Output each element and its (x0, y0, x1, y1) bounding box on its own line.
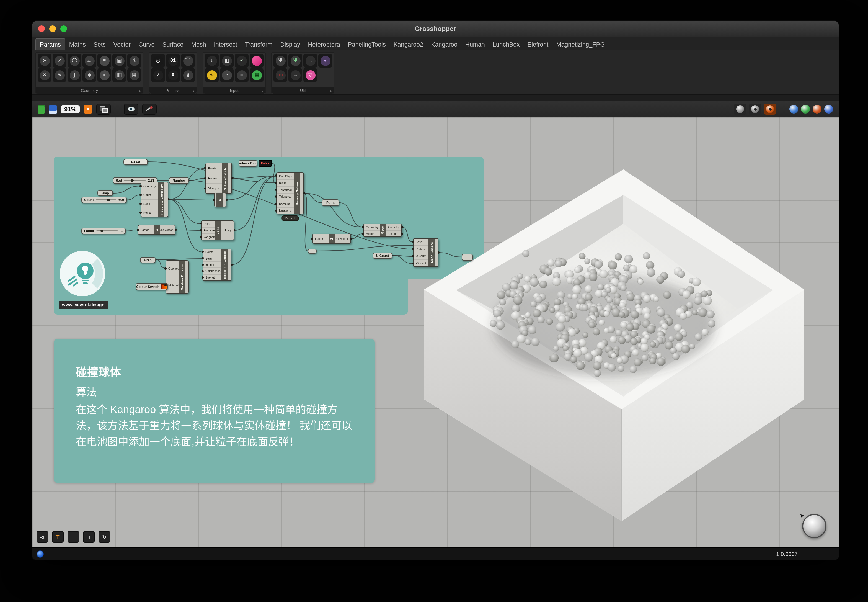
ucount-param[interactable]: U Count (373, 253, 393, 259)
vector-icon[interactable]: ↗ (52, 54, 66, 68)
tab-magnetizing-fpg[interactable]: Magnetizing_FPG (552, 39, 609, 50)
tab-transform[interactable]: Transform (241, 39, 276, 50)
unit-z-1[interactable]: FactorZUnit vector (138, 225, 175, 235)
unit-z-2[interactable]: FactorZUnit vector (312, 234, 351, 244)
layers-icon[interactable]: ≡ (97, 54, 111, 68)
flask-icon[interactable]: ▽ (304, 68, 317, 82)
tab-heteroptera[interactable]: Heteroptera (304, 39, 344, 50)
circle-icon[interactable]: ◎ (151, 54, 165, 68)
preview-wire-icon-tile[interactable] (749, 104, 761, 115)
curve-icon[interactable]: ∿ (52, 68, 66, 82)
mesh-sphere[interactable]: BaseRadiusU CountV CountMesh Sphere (413, 238, 439, 267)
text-icon[interactable]: A (166, 68, 180, 82)
sketch-marker-icon[interactable]: T (52, 531, 64, 543)
title-bar[interactable]: Grasshopper (32, 21, 839, 37)
ribbon-group-label[interactable]: Input▸ (203, 87, 265, 94)
brep-param-1[interactable]: Brep (97, 190, 113, 196)
digit-seven-icon[interactable]: 7 (151, 68, 165, 82)
relay-icon[interactable]: Ψ (273, 54, 287, 68)
sketch-brush-button[interactable] (142, 104, 156, 115)
point-param[interactable]: Point (322, 200, 339, 206)
zoom-menu-button[interactable]: ▼ (84, 105, 92, 114)
preview-shaded-icon[interactable] (766, 105, 774, 113)
tab-elefront[interactable]: Elefront (524, 39, 552, 50)
sketch-card-icon[interactable]: ▯ (83, 531, 95, 543)
move-component[interactable]: GeometryMotionMoveGeometryTransform (363, 224, 402, 237)
preview-ball-icon[interactable] (736, 105, 744, 113)
ellipse-icon[interactable]: ◯ (67, 54, 81, 68)
boolean-icon[interactable]: ◧ (220, 54, 234, 68)
tab-panelingtools[interactable]: PanelingTools (344, 39, 390, 50)
spline-icon[interactable]: ∫ (67, 68, 81, 82)
tree-icon[interactable]: Ψ (288, 54, 302, 68)
snowflake-icon[interactable]: ✳ (127, 54, 141, 68)
solver-orange-icon[interactable] (813, 105, 822, 114)
preview-ball-icon-tile[interactable] (734, 104, 746, 115)
preview-shaded-icon-tile[interactable] (764, 104, 776, 115)
arc-icon[interactable]: ⌒ (181, 54, 195, 68)
minimize-window-button[interactable] (49, 26, 56, 32)
solver-green-icon[interactable] (801, 105, 810, 114)
relay-node[interactable] (308, 249, 317, 253)
list-icon[interactable]: ≡ (235, 68, 248, 82)
number-param[interactable]: Number (169, 177, 189, 184)
tab-kangaroo[interactable]: Kangaroo (427, 39, 461, 50)
cluster-ball-icon[interactable]: ● (318, 54, 332, 68)
knob-icon[interactable]: ◔ (220, 68, 234, 82)
sketch-lasso-icon[interactable]: ~ (67, 531, 79, 543)
brep-param-2[interactable]: Brep (140, 257, 156, 263)
surface-icon[interactable]: ◧ (112, 68, 126, 82)
close-window-button[interactable] (38, 26, 45, 32)
sketch-history-icon[interactable]: ↻ (98, 531, 110, 543)
reset-button[interactable]: Reset (123, 159, 148, 165)
count-slider[interactable]: Count600 (81, 197, 127, 203)
tab-intersect[interactable]: Intersect (210, 39, 241, 50)
grid-icon[interactable]: ▦ (250, 68, 264, 82)
swatch-icon[interactable] (250, 54, 264, 68)
sphere-collide[interactable]: PointsRadiusStrengthSphereCollide (205, 163, 232, 194)
boolean-toggle[interactable]: Boolean ToggleFalse (239, 160, 272, 167)
custom-preview[interactable]: GeometryMaterialCustom Preview (166, 260, 189, 293)
tab-maths[interactable]: Maths (65, 39, 90, 50)
zoom-window-button[interactable] (60, 26, 67, 32)
rescale-button[interactable] (96, 104, 111, 115)
canvas[interactable]: 碰撞球体 算法 在这个 Kangaroo 算法中，我们将使用一种简单的碰撞方法，… (32, 117, 839, 547)
pointer-icon[interactable]: ➤ (38, 54, 52, 68)
button-icon[interactable]: ↓ (205, 54, 219, 68)
binary-icon[interactable]: 01 (166, 54, 180, 68)
view-trackball[interactable] (802, 514, 827, 538)
mesh-out-param[interactable] (462, 253, 473, 261)
save-file-button[interactable] (49, 105, 57, 113)
populate-geometry[interactable]: GeometryCountSeedPointsPopulate Geometry (141, 182, 168, 217)
close-icon[interactable]: × (38, 68, 52, 82)
jump-icon[interactable]: → (304, 54, 317, 68)
ribbon-group-label[interactable]: Primitive▸ (149, 87, 196, 94)
tab-params[interactable]: Params (35, 38, 65, 50)
bouncy-solver[interactable]: GoalObjectsResetThresholdToleranceDampin… (276, 172, 304, 214)
plane-icon[interactable]: ▱ (83, 54, 96, 68)
sphere-icon[interactable]: ● (97, 68, 111, 82)
tab-vector[interactable]: Vector (110, 39, 135, 50)
tab-mesh[interactable]: Mesh (187, 39, 210, 50)
tab-display[interactable]: Display (276, 39, 304, 50)
mesh-icon[interactable]: ▦ (127, 68, 141, 82)
spiral-icon[interactable]: § (181, 68, 195, 82)
status-bubble-icon[interactable] (37, 550, 44, 557)
direction-icon[interactable]: → (288, 68, 302, 82)
diamond-icon[interactable]: ◆ (83, 68, 96, 82)
solver-navy-icon[interactable] (824, 105, 833, 114)
sketch-x-icon[interactable]: -x (37, 531, 48, 543)
solid-point-collide[interactable]: PointsSolidInteriorUnidirectionalStrengt… (202, 249, 232, 281)
new-file-button[interactable] (38, 105, 45, 114)
ribbon-group-label[interactable]: Util▸ (272, 87, 334, 94)
preview-eye-button[interactable] (124, 104, 138, 115)
tab-lunchbox[interactable]: LunchBox (489, 39, 524, 50)
colour-swatch[interactable]: Colour Swatch (136, 283, 168, 290)
preview-wire-icon[interactable] (751, 105, 759, 113)
load-force[interactable]: PointForce vectorWeightingLoadUnary (201, 220, 234, 240)
tab-sets[interactable]: Sets (90, 39, 110, 50)
solver-blue-icon[interactable] (790, 105, 798, 114)
tab-kangaroo2[interactable]: Kangaroo2 (390, 39, 427, 50)
cherry-icon[interactable]: oo (273, 68, 287, 82)
tab-surface[interactable]: Surface (159, 39, 187, 50)
